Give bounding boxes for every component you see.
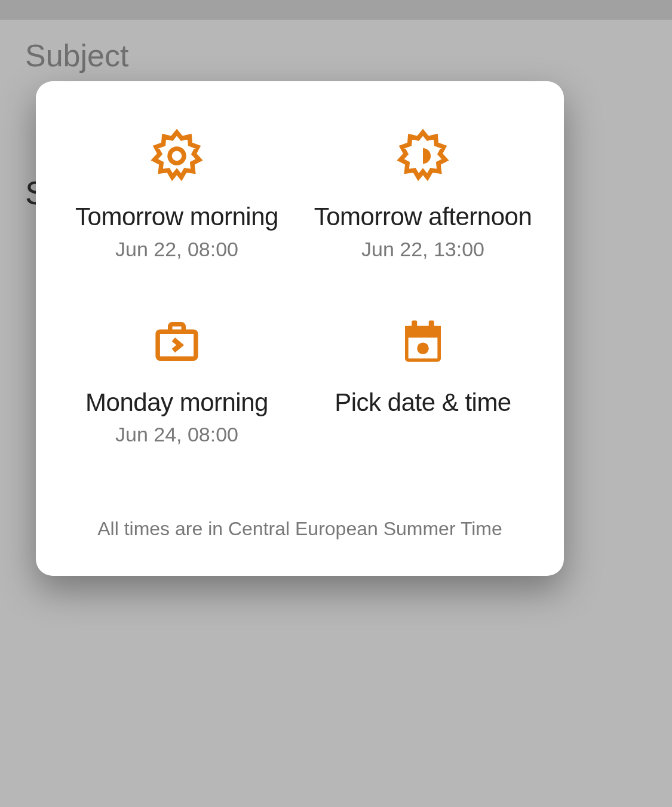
modal-overlay[interactable]: Tomorrow morning Jun 22, 08:00 Tomorrow … [0, 0, 672, 807]
briefcase-next-icon [150, 315, 204, 369]
option-monday-morning[interactable]: Monday morning Jun 24, 08:00 [54, 315, 300, 447]
timezone-note: All times are in Central European Summer… [54, 518, 546, 540]
calendar-icon [396, 315, 450, 369]
option-subtitle: Jun 24, 08:00 [115, 423, 238, 446]
svg-rect-3 [405, 326, 441, 335]
option-tomorrow-afternoon[interactable]: Tomorrow afternoon Jun 22, 13:00 [300, 129, 546, 261]
option-title: Tomorrow morning [75, 202, 278, 232]
option-title: Monday morning [85, 388, 268, 418]
options-grid: Tomorrow morning Jun 22, 08:00 Tomorrow … [54, 129, 546, 446]
option-pick-date-time[interactable]: Pick date & time [300, 315, 546, 447]
svg-point-7 [417, 342, 429, 354]
option-subtitle: Jun 22, 13:00 [361, 238, 484, 261]
svg-rect-5 [429, 320, 434, 329]
sun-half-icon [396, 129, 450, 183]
svg-rect-4 [412, 320, 417, 329]
option-subtitle: Jun 22, 08:00 [115, 238, 238, 261]
option-title: Pick date & time [335, 388, 511, 418]
option-tomorrow-morning[interactable]: Tomorrow morning Jun 22, 08:00 [54, 129, 300, 261]
sun-full-icon [150, 129, 204, 183]
option-title: Tomorrow afternoon [314, 202, 532, 232]
svg-point-0 [170, 149, 184, 163]
schedule-picker-dialog: Tomorrow morning Jun 22, 08:00 Tomorrow … [36, 81, 564, 576]
